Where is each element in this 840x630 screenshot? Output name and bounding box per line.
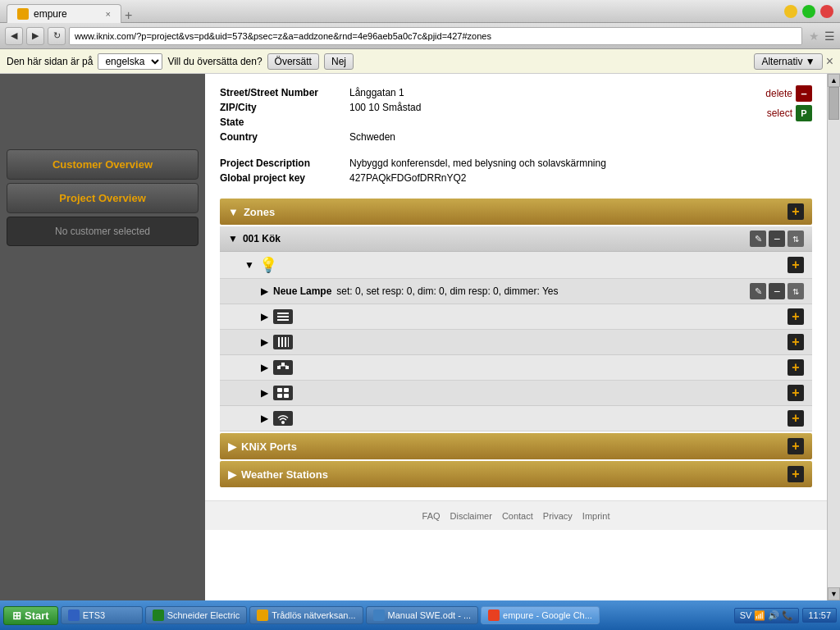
footer-contact[interactable]: Contact [502,511,533,521]
project-description-section: Project Description Nybyggd konferensdel… [220,156,812,185]
neue-lampe-detail: set: 0, set resp: 0, dim: 0, dim resp: 0… [336,285,558,297]
zones-title: Zones [244,206,275,218]
zip-value: 100 10 Småstad [343,100,427,115]
translation-close-btn[interactable]: × [826,54,833,69]
wireless-icon [257,609,268,621]
device-row-5: ▶ + [220,406,812,431]
device-row-1: ▶ + [220,304,812,330]
street-label: Street/Street Number [220,85,343,100]
sub-zone-001-actions: ✎ − ⇅ [750,231,804,247]
delete-link[interactable]: delete [765,88,792,99]
browser-titlebar: empure × + [0,0,840,23]
volume-icon: 🔊 [768,610,779,621]
ets3-label: ETS3 [83,610,106,620]
address-bar[interactable] [69,27,802,45]
forward-btn[interactable]: ▶ [26,27,44,45]
scroll-thumb[interactable] [829,87,839,120]
neue-lampe-actions: ✎ − ⇅ [750,283,804,299]
device-row-4-add-btn[interactable]: + [788,385,804,401]
content-area: Street/Street Number Långgatan 1 ZIP/Cit… [205,74,827,600]
customer-overview-btn[interactable]: Customer Overview [7,149,199,180]
device-icon-3 [273,360,293,375]
delete-icon[interactable]: − [796,85,812,102]
empure-label: empure - Google Ch... [503,610,592,620]
zones-triangle: ▼ [228,206,239,218]
empure-icon [488,609,500,621]
sub-zone-001-header: ▼ 001 Kök ✎ − ⇅ [220,226,812,252]
sub-zone-001-minus-btn[interactable]: − [769,231,785,247]
taskbar-item-wireless[interactable]: Trådlös nätverksan... [249,606,363,624]
sidebar: Customer Overview Project Overview No cu… [0,74,205,600]
zip-label: ZIP/City [220,100,343,115]
options-button[interactable]: Alternativ ▼ [754,53,822,70]
neue-lampe-minus-btn[interactable]: − [769,283,785,299]
address-table: Street/Street Number Långgatan 1 ZIP/Cit… [220,85,427,144]
footer-disclaimer[interactable]: Disclaimer [450,511,492,521]
neue-lampe-updown-btn[interactable]: ⇅ [788,283,804,299]
street-value: Långgatan 1 [343,85,427,100]
ets3-icon [68,609,80,621]
language-select[interactable]: engelska [98,53,162,70]
device-row-3: ▶ [220,355,812,381]
scroll-down-btn[interactable]: ▼ [828,587,840,600]
zones-add-btn[interactable]: + [788,203,804,220]
manual-icon [373,609,385,621]
device-row-2-add-btn[interactable]: + [788,334,804,350]
taskbar-item-schneider[interactable]: Schneider Electric [145,606,248,624]
sub-zone-001-edit-btn[interactable]: ✎ [750,231,766,247]
start-button[interactable]: ⊞ Start [3,606,58,625]
bookmark-star[interactable]: ★ [809,30,819,43]
no-translate-button[interactable]: Nej [324,53,354,70]
tab-close-btn[interactable]: × [106,9,111,19]
footer-imprint[interactable]: Imprint [582,511,610,521]
global-key-value: 427PAQkFDGofDRRnYQ2 [343,171,613,185]
footer-faq[interactable]: FAQ [422,511,441,521]
new-tab-btn[interactable]: + [125,8,132,23]
minimize-btn[interactable] [784,5,797,18]
project-overview-btn[interactable]: Project Overview [7,183,199,213]
taskbar: ⊞ Start ETS3 Schneider Electric Trådlös … [0,600,840,630]
lamp-icon-add-btn[interactable]: + [788,257,804,273]
scroll-up-btn[interactable]: ▲ [828,74,840,87]
device-row-1-add-btn[interactable]: + [788,308,804,325]
weather-triangle: ▶ [228,468,236,481]
svg-rect-8 [285,366,289,369]
description-value: Nybyggd konferensdel, med belysning och … [343,156,613,171]
taskbar-item-manual[interactable]: Manual SWE.odt - ... [366,606,478,624]
maximize-btn[interactable] [802,5,815,18]
schneider-icon [153,609,164,621]
weather-stations-title: Weather Stations [241,468,328,481]
neue-lampe-triangle: ▶ [261,285,268,297]
device-icon-5 [273,411,293,426]
device-row-3-add-btn[interactable]: + [788,359,804,376]
country-value: Schweden [343,130,427,144]
state-label: State [220,115,343,130]
sys-tray: SV 📶 🔊 📞 [734,608,800,623]
sub-zone-001-updown-btn[interactable]: ⇅ [788,231,804,247]
neue-lampe-edit-btn[interactable]: ✎ [750,283,766,299]
scroll-track[interactable] [828,87,840,587]
device-row-2: ▶ + [220,330,812,355]
knix-ports-add-btn[interactable]: + [788,438,804,454]
lamp-icon: 💡 [259,256,277,274]
back-btn[interactable]: ◀ [5,27,23,45]
device-row-5-add-btn[interactable]: + [788,410,804,427]
country-label: Country [220,130,343,144]
translate-button[interactable]: Översätt [267,53,319,70]
svg-rect-12 [277,388,282,392]
taskbar-item-ets3[interactable]: ETS3 [61,606,143,624]
select-icon[interactable]: P [796,105,812,121]
browser-tab-active[interactable]: empure × [7,4,121,23]
tab-favicon [17,8,29,20]
close-btn[interactable] [820,5,833,18]
select-link[interactable]: select [767,107,792,119]
knix-ports-header: ▶ KNiX Ports + [220,433,812,459]
device-icon-4 [273,386,293,400]
settings-icon[interactable]: ☰ [824,30,835,43]
refresh-btn[interactable]: ↻ [48,27,66,45]
taskbar-item-empure[interactable]: empure - Google Ch... [481,606,600,624]
scrollbar[interactable]: ▲ ▼ [827,74,840,600]
footer-privacy[interactable]: Privacy [543,511,573,521]
weather-stations-add-btn[interactable]: + [788,466,804,482]
sub-zone-triangle: ▼ [228,233,238,244]
